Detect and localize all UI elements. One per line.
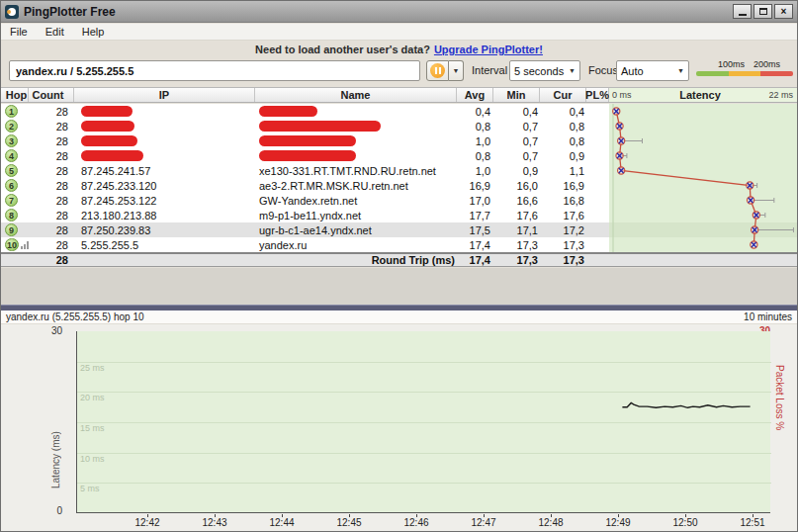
pause-button[interactable] bbox=[426, 60, 449, 81]
avg-cell: 0,8 bbox=[457, 119, 493, 133]
close-button[interactable]: × bbox=[774, 4, 793, 19]
min-cell: 17,6 bbox=[493, 208, 540, 222]
header-count[interactable]: Count bbox=[29, 88, 74, 102]
min-cell: 0,9 bbox=[493, 163, 540, 178]
focused-hop-chart-icon bbox=[21, 241, 29, 249]
hop-cell: 7 bbox=[1, 193, 29, 208]
x-tick-label: 12:44 bbox=[264, 517, 300, 528]
hop-number-badge: 7 bbox=[5, 194, 18, 207]
packet-loss-axis-title: Packet Loss % bbox=[774, 365, 785, 493]
cur-cell: 17,6 bbox=[540, 208, 586, 222]
count-cell: 28 bbox=[29, 193, 74, 208]
interval-label: Interval bbox=[472, 64, 507, 76]
hop-cell: 8 bbox=[1, 208, 29, 222]
maximize-button[interactable] bbox=[754, 4, 772, 19]
header-cur[interactable]: Cur bbox=[540, 88, 586, 102]
timeline-title: yandex.ru (5.255.255.5) hop 10 bbox=[6, 311, 144, 322]
ip-cell: 213.180.213.88 bbox=[74, 208, 255, 222]
grid-label: 5 ms bbox=[80, 484, 100, 493]
count-cell: 28 bbox=[29, 208, 74, 222]
y-axis-max-label: 30 bbox=[37, 325, 62, 336]
pl-cell bbox=[586, 208, 609, 222]
table-header: Hop Count IP Name Avg Min Cur PL% 0 ms L… bbox=[1, 87, 797, 103]
grid-label: 10 ms bbox=[80, 454, 105, 464]
name-cell bbox=[255, 119, 457, 133]
header-min[interactable]: Min bbox=[493, 88, 540, 102]
chevron-down-icon: ▼ bbox=[569, 67, 576, 74]
avg-cell: 1,0 bbox=[457, 163, 493, 178]
hop-cell: 1 bbox=[1, 104, 29, 119]
title-bar[interactable]: PingPlotter Free × bbox=[1, 1, 797, 23]
hop-number-badge: 3 bbox=[5, 134, 18, 147]
header-avg[interactable]: Avg bbox=[457, 88, 493, 102]
maximize-icon bbox=[759, 8, 767, 15]
target-input[interactable] bbox=[9, 60, 420, 81]
hop-cell: 9 bbox=[1, 222, 29, 237]
x-tick-label: 12:50 bbox=[667, 517, 703, 528]
redaction-block bbox=[259, 150, 356, 161]
hop-number-badge: 9 bbox=[5, 223, 18, 236]
footer-count-cell: 28 bbox=[29, 254, 74, 266]
timeline-panel: yandex.ru (5.255.255.5) hop 10 10 minute… bbox=[1, 310, 797, 532]
focus-label: Focus bbox=[588, 64, 618, 76]
legend-200ms: 200ms bbox=[754, 59, 780, 71]
x-tick-label: 12:47 bbox=[466, 517, 501, 528]
header-pl[interactable]: PL% bbox=[586, 88, 609, 102]
minimize-button[interactable] bbox=[733, 4, 752, 19]
menu-bar: File Edit Help bbox=[1, 24, 797, 41]
ip-cell: 5.255.255.5 bbox=[74, 237, 255, 252]
pl-cell bbox=[586, 193, 609, 208]
header-ip[interactable]: IP bbox=[74, 88, 255, 102]
hop-number-badge: 6 bbox=[5, 179, 18, 192]
gridline bbox=[77, 392, 771, 393]
menu-edit[interactable]: Edit bbox=[37, 24, 73, 40]
min-cell: 16,6 bbox=[493, 193, 540, 208]
cur-cell: 1,1 bbox=[540, 163, 586, 178]
min-cell: 0,7 bbox=[493, 148, 540, 163]
x-tick-label: 12:45 bbox=[331, 517, 367, 528]
round-trip-row: 28 Round Trip (ms) 17,4 17,3 17,3 bbox=[1, 252, 797, 267]
legend-color-segment bbox=[696, 71, 729, 76]
focus-select[interactable]: Auto ▼ bbox=[616, 60, 689, 81]
x-tick-label: 12:46 bbox=[399, 517, 434, 528]
hop-number-badge: 8 bbox=[5, 209, 18, 222]
interval-select[interactable]: 5 seconds ▼ bbox=[509, 60, 580, 81]
count-cell: 28 bbox=[29, 222, 74, 237]
pl-cell bbox=[586, 237, 609, 252]
redaction-block bbox=[81, 135, 137, 146]
redaction-block bbox=[81, 106, 133, 117]
timeline-header: yandex.ru (5.255.255.5) hop 10 10 minute… bbox=[1, 310, 797, 324]
x-tick-label: 12:51 bbox=[735, 517, 770, 528]
count-cell: 28 bbox=[29, 148, 74, 163]
cur-cell: 0,8 bbox=[540, 133, 586, 148]
hop-cell: 2 bbox=[1, 119, 29, 133]
menu-help[interactable]: Help bbox=[73, 24, 114, 40]
name-cell: yandex.ru bbox=[255, 237, 457, 252]
x-tick-label: 12:42 bbox=[130, 517, 165, 528]
scale-min-label: 0 ms bbox=[612, 90, 632, 100]
cur-cell: 17,2 bbox=[540, 222, 586, 237]
avg-cell: 17,5 bbox=[457, 222, 493, 237]
header-hop[interactable]: Hop bbox=[1, 88, 29, 102]
min-cell: 0,7 bbox=[493, 119, 540, 133]
target-row: ▼ Interval 5 seconds ▼ Focus Auto ▼ 100m… bbox=[1, 58, 797, 87]
grid-label: 20 ms bbox=[80, 393, 105, 402]
timeline-plot[interactable]: 5 ms10 ms15 ms20 ms25 ms bbox=[76, 331, 770, 513]
header-name[interactable]: Name bbox=[255, 88, 457, 102]
ip-cell: 87.245.253.122 bbox=[74, 193, 255, 208]
legend-color-segment bbox=[760, 71, 793, 76]
upgrade-link[interactable]: Upgrade PingPlotter! bbox=[434, 44, 543, 55]
close-icon: × bbox=[781, 6, 787, 17]
hop-latency-chart bbox=[609, 104, 797, 252]
latency-color-legend: 100ms 200ms bbox=[696, 59, 793, 81]
redaction-block bbox=[259, 106, 317, 117]
pl-cell bbox=[586, 222, 609, 237]
avg-cell: 17,0 bbox=[457, 193, 493, 208]
avg-cell: 17,4 bbox=[457, 237, 493, 252]
pause-dropdown-button[interactable]: ▼ bbox=[449, 60, 464, 81]
hop-number-badge: 5 bbox=[5, 164, 18, 177]
menu-file[interactable]: File bbox=[1, 24, 37, 40]
footer-hop-cell bbox=[1, 254, 29, 266]
avg-cell: 0,4 bbox=[457, 104, 493, 119]
hop-cell: 10 bbox=[1, 237, 29, 252]
